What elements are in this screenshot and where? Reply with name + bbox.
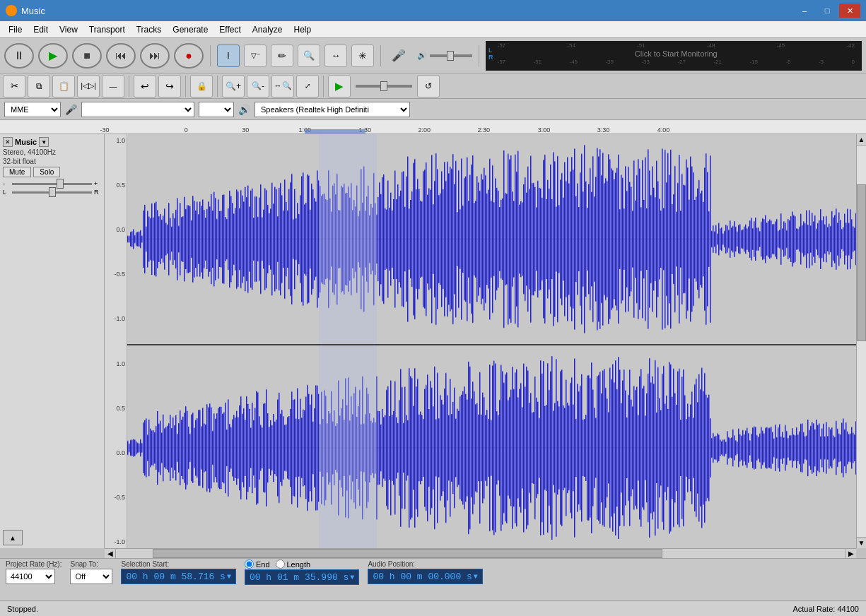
waveform-area: 1.0 0.5 0.0 -0.5 -1.0 1.0 0.5 0.0 -0.5 -…	[105, 134, 866, 548]
play-button[interactable]: ▶	[38, 43, 68, 69]
scroll-right-button[interactable]: ▶	[845, 549, 856, 558]
audio-position-label: Audio Position:	[368, 560, 482, 568]
horizontal-scrollbar[interactable]: ◀ ▶	[105, 548, 856, 558]
maximize-button[interactable]: □	[817, 4, 838, 18]
selection-end-dropdown[interactable]: ▼	[350, 574, 354, 581]
selection-start-dropdown[interactable]: ▼	[227, 573, 231, 581]
copy-button[interactable]: ⧉	[28, 75, 50, 97]
zoom-in-button[interactable]: 🔍+	[222, 75, 245, 97]
menu-transport[interactable]: Transport	[83, 23, 131, 36]
trim-button[interactable]: |◁▷|	[77, 75, 100, 97]
audio-host-select[interactable]: MME	[4, 102, 61, 117]
input-device-select[interactable]	[81, 102, 194, 117]
vertical-scrollbar[interactable]: ▲ ▼	[856, 134, 866, 548]
y-label-m05: -0.5	[114, 271, 125, 278]
y-label-05: 0.5	[116, 182, 125, 189]
mute-button[interactable]: Mute	[3, 167, 31, 177]
project-rate-select[interactable]: 44100	[6, 569, 55, 584]
pencil-tool-button[interactable]: ✏	[271, 45, 293, 67]
ruler-tick-400: 4:00	[657, 126, 670, 134]
scroll-down-button[interactable]: ▼	[857, 537, 866, 548]
play-at-speed-button[interactable]: ▶	[328, 75, 351, 97]
snap-to-select[interactable]: Off	[70, 569, 112, 584]
time-ruler: -30 0 30 1:00 1:30 2:00 2:30 3:00 3:30 4…	[0, 120, 866, 134]
end-radio-label[interactable]: End	[245, 559, 270, 569]
channel-bottom[interactable]	[127, 345, 856, 548]
waveform-columns	[127, 134, 856, 548]
end-radio[interactable]	[245, 559, 254, 569]
envelope-tool-button[interactable]: ▽⁻	[244, 45, 267, 67]
transport-toolbar: ⏸ ▶ ■ ⏮ ⏭ ● I ▽⁻ ✏ 🔍 ↔ ✳ 🎤 🔊 LR -57-54-5…	[0, 38, 866, 73]
scroll-track-h[interactable]	[116, 549, 845, 558]
redo-button[interactable]: ↪	[158, 75, 181, 97]
cut-button[interactable]: ✂	[3, 75, 25, 97]
minimize-button[interactable]: –	[794, 4, 815, 18]
device-bar: MME 🎤 🔊 Speakers (Realtek High Definiti	[0, 99, 866, 120]
pause-button[interactable]: ⏸	[4, 43, 34, 69]
y-label-bm1: -1.0	[114, 538, 125, 545]
audio-position-display[interactable]: 00 h 00 m 00.000 s ▼	[368, 569, 482, 584]
scroll-track-v[interactable]	[857, 146, 866, 537]
rewind-button[interactable]: ⏮	[106, 43, 136, 69]
gain-slider[interactable]	[12, 183, 92, 185]
meter-click-text[interactable]: Click to Start Monitoring	[498, 49, 855, 58]
sync-lock-button[interactable]: 🔒	[190, 75, 213, 97]
selection-end-display[interactable]: 00 h 01 m 35.990 s ▼	[245, 569, 359, 585]
menu-tracks[interactable]: Tracks	[131, 23, 168, 36]
ruler-tick-30: 30	[242, 126, 249, 134]
channel-top[interactable]	[127, 134, 856, 345]
waveform-canvas-top	[127, 134, 856, 344]
zoom-sel-button[interactable]: ⤢	[296, 75, 319, 97]
menu-edit[interactable]: Edit	[28, 23, 54, 36]
ruler-inner: -30 0 30 1:00 1:30 2:00 2:30 3:00 3:30 4…	[105, 120, 866, 134]
menu-view[interactable]: View	[54, 23, 83, 36]
length-radio[interactable]	[276, 559, 285, 569]
playback-speed-slider[interactable]	[356, 85, 412, 88]
length-radio-label[interactable]: Length	[276, 559, 311, 569]
zoom-out-button[interactable]: 🔍-	[247, 75, 269, 97]
output-device-select[interactable]: Speakers (Realtek High Definiti	[254, 102, 410, 117]
fastforward-button[interactable]: ⏭	[140, 43, 170, 69]
pan-l-label: L	[3, 189, 10, 196]
undo-button[interactable]: ↩	[134, 75, 156, 97]
menu-generate[interactable]: Generate	[167, 23, 213, 36]
input-channels-select[interactable]	[199, 102, 234, 117]
y-label-b05: 0.5	[116, 405, 125, 412]
snap-to-label: Snap To:	[70, 560, 112, 568]
timeshift-tool-button[interactable]: ↔	[324, 45, 347, 67]
zoom-tool-button[interactable]: 🔍	[298, 45, 320, 67]
audio-position-dropdown[interactable]: ▼	[474, 573, 478, 581]
scroll-thumb-h[interactable]	[153, 549, 663, 558]
menu-help[interactable]: Help	[288, 23, 317, 36]
zoom-fit-button[interactable]: ↔🔍	[271, 75, 294, 97]
audio-position-value: 00 h 00 m 00.000 s	[373, 571, 472, 582]
scroll-left-button[interactable]: ◀	[105, 549, 116, 558]
pan-r-label: R	[94, 189, 101, 196]
stop-button[interactable]: ■	[72, 43, 102, 69]
collapse-track-button[interactable]: ▲	[3, 530, 23, 545]
loop-icon: ↺	[417, 75, 440, 97]
track-dropdown-button[interactable]: ▼	[39, 137, 49, 147]
record-button[interactable]: ●	[174, 43, 204, 69]
scroll-thumb-v[interactable]	[857, 184, 866, 341]
y-label-1: 1.0	[116, 137, 125, 144]
menu-analyze[interactable]: Analyze	[247, 23, 288, 36]
paste-button[interactable]: 📋	[52, 75, 75, 97]
select-tool-button[interactable]: I	[217, 45, 240, 67]
ruler-tick-minus30: -30	[100, 126, 109, 134]
multi-tool-button[interactable]: ✳	[351, 45, 374, 67]
solo-button[interactable]: Solo	[33, 167, 60, 177]
selection-start-display[interactable]: 00 h 00 m 58.716 s ▼	[121, 569, 235, 584]
silence-button[interactable]: —	[102, 75, 124, 97]
scroll-up-button[interactable]: ▲	[857, 134, 866, 146]
input-volume-slider[interactable]	[430, 54, 472, 57]
selection-start-label: Selection Start:	[121, 560, 235, 568]
menu-effect[interactable]: Effect	[213, 23, 246, 36]
selection-ruler-indicator	[305, 129, 365, 134]
meter-scale-bot: -57-51-45-39-33-27-21-15-9-30	[498, 59, 855, 65]
close-button[interactable]: ✕	[839, 4, 860, 18]
track-close-button[interactable]: ✕	[3, 137, 13, 147]
y-label-b1: 1.0	[116, 360, 125, 367]
menu-file[interactable]: File	[3, 23, 28, 36]
pan-slider[interactable]	[12, 191, 92, 194]
